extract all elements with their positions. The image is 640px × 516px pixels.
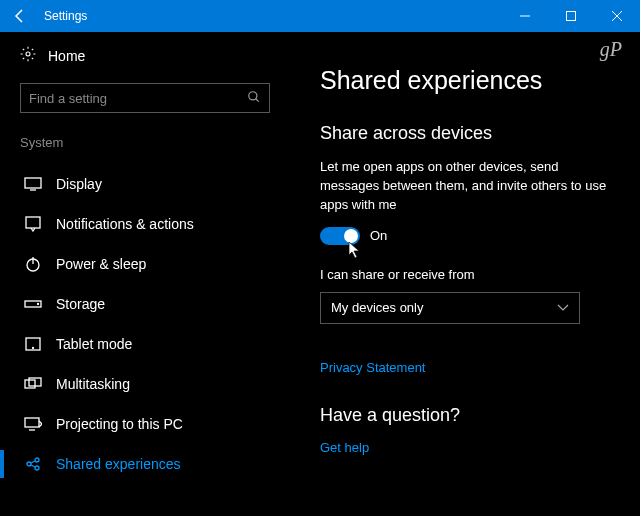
nav-power[interactable]: Power & sleep [20,244,270,284]
svg-point-4 [26,52,30,56]
maximize-button[interactable] [548,0,594,32]
nav-list: Display Notifications & actions Power & … [20,164,270,484]
power-icon [24,256,42,272]
dropdown-value: My devices only [331,300,423,315]
help-link[interactable]: Get help [320,440,620,455]
svg-line-6 [256,98,259,101]
storage-icon [24,298,42,310]
svg-point-5 [249,91,257,99]
svg-rect-7 [25,178,41,188]
main-content: Shared experiences Share across devices … [290,32,640,516]
home-label: Home [48,48,85,64]
svg-rect-18 [25,418,39,427]
nav-label: Multitasking [56,376,130,392]
svg-point-20 [35,458,39,462]
nav-label: Storage [56,296,105,312]
privacy-link[interactable]: Privacy Statement [320,360,620,375]
svg-point-21 [35,466,39,470]
section-description: Let me open apps on other devices, send … [320,158,620,215]
notification-icon [24,216,42,232]
svg-line-22 [31,461,35,463]
sidebar: Home System Display Notifications & acti… [0,32,290,516]
nav-storage[interactable]: Storage [20,284,270,324]
help-title: Have a question? [320,405,620,426]
nav-label: Tablet mode [56,336,132,352]
cursor-icon [348,241,362,262]
display-icon [24,177,42,191]
titlebar: Settings [0,0,640,32]
toggle-state-label: On [370,228,387,243]
nav-label: Display [56,176,102,192]
svg-point-19 [27,462,31,466]
share-from-dropdown[interactable]: My devices only [320,292,580,324]
nav-projecting[interactable]: Projecting to this PC [20,404,270,444]
close-button[interactable] [594,0,640,32]
window-title: Settings [40,9,502,23]
chevron-down-icon [557,300,569,315]
svg-point-15 [33,348,34,349]
page-title: Shared experiences [320,66,620,95]
nav-notifications[interactable]: Notifications & actions [20,204,270,244]
back-button[interactable] [0,0,40,32]
nav-label: Shared experiences [56,456,181,472]
svg-rect-1 [567,12,576,21]
nav-label: Notifications & actions [56,216,194,232]
share-from-label: I can share or receive from [320,267,620,282]
nav-multitasking[interactable]: Multitasking [20,364,270,404]
nav-label: Projecting to this PC [56,416,183,432]
svg-line-23 [31,465,35,467]
minimize-button[interactable] [502,0,548,32]
svg-rect-9 [26,217,40,228]
svg-point-13 [38,304,39,305]
nav-shared-experiences[interactable]: Shared experiences [20,444,270,484]
category-label: System [20,135,270,150]
shared-icon [24,456,42,472]
section-title: Share across devices [320,123,620,144]
search-input[interactable] [29,91,247,106]
svg-rect-16 [25,380,35,388]
nav-display[interactable]: Display [20,164,270,204]
watermark: gP [600,38,622,61]
nav-tablet[interactable]: Tablet mode [20,324,270,364]
search-icon [247,90,261,107]
tablet-icon [24,337,42,351]
home-button[interactable]: Home [20,46,270,65]
multitasking-icon [24,377,42,391]
projecting-icon [24,417,42,431]
nav-label: Power & sleep [56,256,146,272]
search-box[interactable] [20,83,270,113]
gear-icon [20,46,36,65]
